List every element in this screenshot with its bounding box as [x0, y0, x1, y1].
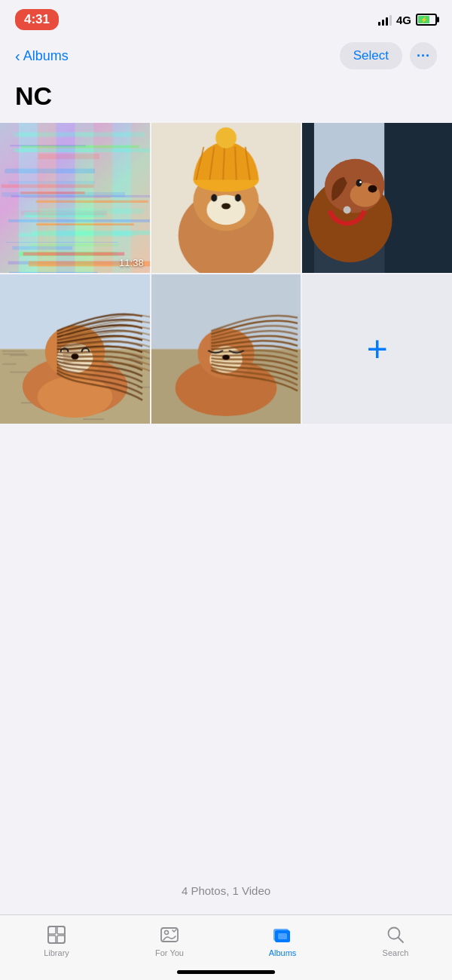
nav-bar: ‹ Albums Select ···: [0, 36, 452, 78]
nav-actions: Select ···: [340, 42, 437, 69]
photo-cell-1[interactable]: 11:38: [0, 123, 150, 273]
tab-foryou-label: For You: [155, 948, 184, 957]
home-indicator: [177, 970, 275, 974]
status-icons: 4G ⚡: [378, 14, 437, 26]
tab-search-label: Search: [383, 948, 409, 957]
back-button[interactable]: ‹ Albums: [15, 47, 69, 65]
search-icon: [385, 924, 406, 945]
photo-canvas-5: [151, 274, 301, 424]
photo-grid: 11:38 +: [0, 123, 452, 424]
status-bar: 4:31 4G ⚡: [0, 0, 452, 36]
battery-icon: ⚡: [416, 14, 437, 26]
select-button[interactable]: Select: [340, 42, 402, 69]
network-label: 4G: [396, 14, 411, 26]
back-chevron-icon: ‹: [15, 47, 20, 65]
photo-cell-3[interactable]: [302, 123, 452, 273]
add-icon: +: [367, 331, 388, 367]
add-photo-button[interactable]: +: [302, 274, 452, 424]
photo-cell-5[interactable]: [151, 274, 301, 424]
svg-rect-2: [57, 926, 65, 934]
photo-cell-4[interactable]: [0, 274, 150, 424]
albums-icon: [272, 924, 293, 945]
more-button[interactable]: ···: [410, 42, 437, 69]
tab-albums[interactable]: Albums: [226, 924, 339, 957]
library-icon: [46, 924, 67, 945]
video-duration-1: 11:38: [119, 257, 144, 268]
status-time: 4:31: [15, 9, 59, 30]
photo-canvas-4: [0, 274, 150, 424]
photo-count: 4 Photos, 1 Video: [0, 869, 452, 912]
photo-canvas-3: [302, 123, 452, 273]
album-title: NC: [0, 78, 452, 123]
foryou-icon: [159, 924, 180, 945]
back-label: Albums: [23, 48, 69, 64]
tab-search[interactable]: Search: [339, 924, 452, 957]
signal-icon: [378, 14, 392, 26]
photo-canvas-1: [0, 123, 150, 273]
tab-albums-label: Albums: [269, 948, 297, 957]
photo-canvas-2: [151, 123, 301, 273]
tab-library[interactable]: Library: [0, 924, 113, 957]
svg-rect-0: [48, 926, 65, 943]
svg-point-6: [165, 931, 169, 935]
svg-line-12: [399, 938, 404, 943]
tab-foryou[interactable]: For You: [113, 924, 226, 957]
photo-cell-2[interactable]: [151, 123, 301, 273]
svg-rect-4: [57, 936, 65, 943]
tab-library-label: Library: [44, 948, 69, 957]
svg-rect-10: [278, 933, 287, 939]
